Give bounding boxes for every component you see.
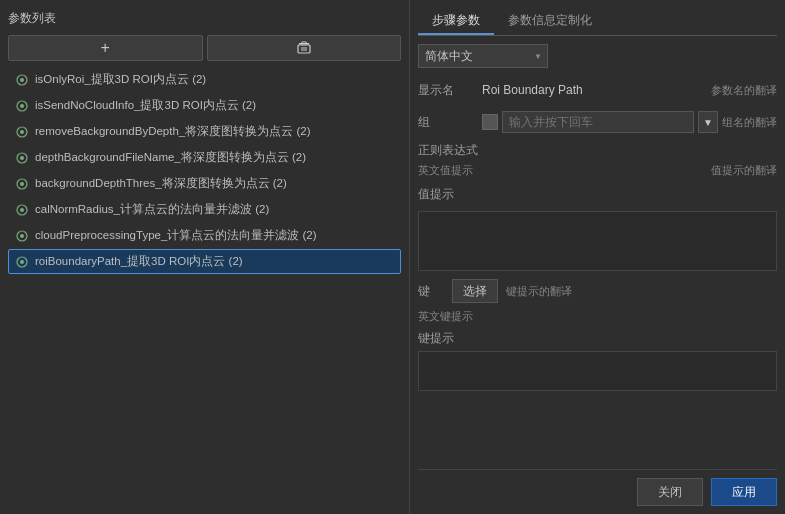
param-item-label: cloudPreprocessingType_计算点云的法向量并滤波 (2) bbox=[35, 228, 317, 243]
language-row: 简体中文 English bbox=[418, 44, 777, 68]
tab-steps[interactable]: 步骤参数 bbox=[418, 8, 494, 35]
panel-title: 参数列表 bbox=[8, 8, 401, 29]
apply-button[interactable]: 应用 bbox=[711, 478, 777, 506]
group-input-area: ▼ bbox=[482, 111, 718, 133]
param-icon bbox=[15, 177, 29, 191]
value-hint-area: 值提示 bbox=[418, 182, 777, 271]
eng-value-hint: 值提示的翻译 bbox=[711, 163, 777, 178]
svg-point-19 bbox=[20, 234, 24, 238]
svg-point-13 bbox=[20, 156, 24, 160]
form-area: 简体中文 English 显示名 Roi Boundary Path 参数名的翻… bbox=[418, 44, 777, 469]
param-icon bbox=[15, 229, 29, 243]
group-input[interactable] bbox=[502, 111, 694, 133]
eng-value-hint-label: 英文值提示 bbox=[418, 163, 473, 178]
param-item[interactable]: backgroundDepthThres_将深度图转换为点云 (2) bbox=[8, 171, 401, 196]
display-name-hint: 参数名的翻译 bbox=[711, 83, 777, 98]
key-label: 键 bbox=[418, 283, 448, 300]
key-select-btn[interactable]: 选择 bbox=[452, 279, 498, 303]
group-label: 组 bbox=[418, 114, 482, 131]
eng-key-hint-label: 英文键提示 bbox=[418, 309, 482, 324]
regex-label: 正则表达式 bbox=[418, 142, 777, 159]
toolbar-row: + bbox=[8, 35, 401, 61]
key-hint: 键提示的翻译 bbox=[506, 284, 572, 299]
tabs-row: 步骤参数 参数信息定制化 bbox=[418, 8, 777, 36]
language-select-wrapper[interactable]: 简体中文 English bbox=[418, 44, 548, 68]
right-panel: 步骤参数 参数信息定制化 简体中文 English 显示名 Roi Bounda… bbox=[410, 0, 785, 514]
param-item[interactable]: roiBoundaryPath_提取3D ROI内点云 (2) bbox=[8, 249, 401, 274]
display-name-label: 显示名 bbox=[418, 82, 482, 99]
param-list: isOnlyRoi_提取3D ROI内点云 (2) isSendNoCloudI… bbox=[8, 67, 401, 506]
shortcut-label: 键提示 bbox=[418, 330, 777, 347]
shortcut-area: 键提示 bbox=[418, 330, 777, 394]
svg-point-21 bbox=[20, 260, 24, 264]
param-icon bbox=[15, 73, 29, 87]
display-name-value: Roi Boundary Path bbox=[482, 83, 703, 97]
shortcut-textarea[interactable] bbox=[418, 351, 777, 391]
param-icon bbox=[15, 99, 29, 113]
group-row: 组 ▼ 组名的翻译 bbox=[418, 110, 777, 134]
param-item-label: removeBackgroundByDepth_将深度图转换为点云 (2) bbox=[35, 124, 310, 139]
svg-point-11 bbox=[20, 130, 24, 134]
delete-button[interactable] bbox=[207, 35, 402, 61]
param-icon bbox=[15, 125, 29, 139]
param-item[interactable]: depthBackgroundFileName_将深度图转换为点云 (2) bbox=[8, 145, 401, 170]
svg-point-7 bbox=[20, 78, 24, 82]
display-name-row: 显示名 Roi Boundary Path 参数名的翻译 bbox=[418, 78, 777, 102]
value-hint-textarea[interactable] bbox=[418, 211, 777, 271]
param-icon bbox=[15, 255, 29, 269]
language-select[interactable]: 简体中文 English bbox=[418, 44, 548, 68]
left-panel: 参数列表 + isOnlyRoi_提取3D ROI内点云 (2) isSendN… bbox=[0, 0, 410, 514]
param-item-label: depthBackgroundFileName_将深度图转换为点云 (2) bbox=[35, 150, 306, 165]
value-hint-label-row: 值提示 bbox=[418, 182, 777, 207]
param-item[interactable]: isOnlyRoi_提取3D ROI内点云 (2) bbox=[8, 67, 401, 92]
param-item-label: isOnlyRoi_提取3D ROI内点云 (2) bbox=[35, 72, 206, 87]
eng-key-hint-row: 英文键提示 bbox=[418, 309, 777, 324]
param-item-label: backgroundDepthThres_将深度图转换为点云 (2) bbox=[35, 176, 287, 191]
param-item-label: roiBoundaryPath_提取3D ROI内点云 (2) bbox=[35, 254, 243, 269]
param-item-label: calNormRadius_计算点云的法向量并滤波 (2) bbox=[35, 202, 269, 217]
svg-point-17 bbox=[20, 208, 24, 212]
param-item[interactable]: cloudPreprocessingType_计算点云的法向量并滤波 (2) bbox=[8, 223, 401, 248]
regex-row: 英文值提示 值提示的翻译 bbox=[418, 163, 777, 178]
key-row: 键 选择 键提示的翻译 bbox=[418, 279, 777, 303]
value-hint-label: 值提示 bbox=[418, 186, 454, 203]
group-hint: 组名的翻译 bbox=[722, 115, 777, 130]
svg-point-15 bbox=[20, 182, 24, 186]
param-icon bbox=[15, 203, 29, 217]
tab-custom[interactable]: 参数信息定制化 bbox=[494, 8, 606, 35]
param-item-label: isSendNoCloudInfo_提取3D ROI内点云 (2) bbox=[35, 98, 256, 113]
group-select-btn[interactable]: ▼ bbox=[698, 111, 718, 133]
group-color-box bbox=[482, 114, 498, 130]
param-item[interactable]: calNormRadius_计算点云的法向量并滤波 (2) bbox=[8, 197, 401, 222]
param-icon bbox=[15, 151, 29, 165]
param-item[interactable]: removeBackgroundByDepth_将深度图转换为点云 (2) bbox=[8, 119, 401, 144]
bottom-row: 关闭 应用 bbox=[418, 469, 777, 506]
svg-rect-5 bbox=[301, 42, 306, 44]
svg-point-9 bbox=[20, 104, 24, 108]
add-button[interactable]: + bbox=[8, 35, 203, 61]
close-button[interactable]: 关闭 bbox=[637, 478, 703, 506]
param-item[interactable]: isSendNoCloudInfo_提取3D ROI内点云 (2) bbox=[8, 93, 401, 118]
regex-section: 正则表达式 英文值提示 值提示的翻译 bbox=[418, 142, 777, 178]
